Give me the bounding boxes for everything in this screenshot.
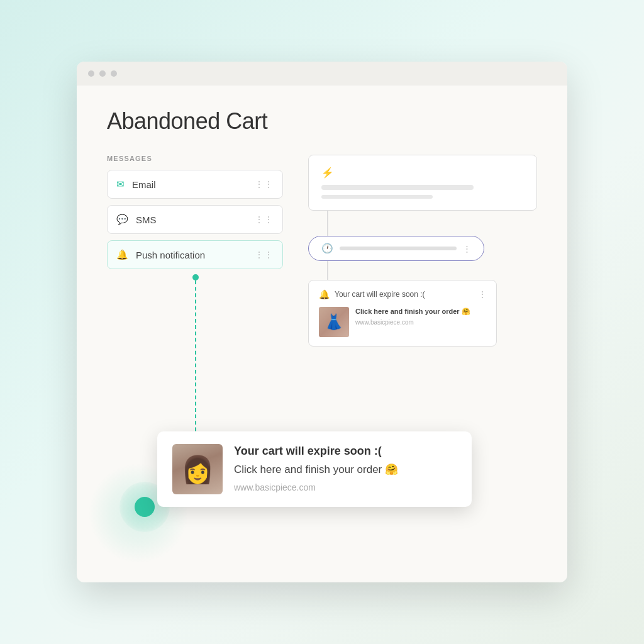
notification-url: www.basicpiece.com (355, 319, 486, 326)
delay-pill[interactable]: 🕐 ⋮ (308, 236, 484, 261)
window-dot-1 (88, 70, 94, 77)
popup-url: www.basicpiece.com (234, 482, 457, 492)
notification-card-title: Your cart will expire soon :( (335, 290, 479, 299)
popup-title: Your cart will expire soon :( (234, 444, 457, 458)
notification-text-content: Click here and finish your order 🤗 www.b… (355, 307, 486, 326)
browser-window: Abandoned Cart MESSAGES ✉ Email ⋮⋮ 💬 SMS… (77, 62, 567, 582)
notification-preview-card: 🔔 Your cart will expire soon :( ⋮ 👗 Clic… (308, 280, 497, 347)
trigger-card: ⚡ (308, 155, 537, 211)
connector-line-1 (327, 211, 328, 236)
notification-body: 👗 Click here and finish your order 🤗 www… (319, 307, 486, 337)
dashed-connector (195, 280, 283, 457)
notification-bell-icon: 🔔 (319, 289, 330, 299)
clock-icon: 🕐 (321, 243, 333, 254)
sms-dots: ⋮⋮ (255, 214, 274, 225)
message-item-email[interactable]: ✉ Email ⋮⋮ (107, 170, 283, 199)
browser-bar (77, 62, 567, 86)
notification-card-dots: ⋮ (479, 290, 486, 299)
popup-person-figure: 👩 (181, 454, 214, 485)
trigger-line-sub (321, 195, 433, 199)
connect-dot (192, 274, 199, 280)
popup-area: 👩 Your cart will expire soon :( Click he… (107, 431, 537, 557)
window-dot-2 (99, 70, 106, 77)
push-icon: 🔔 (116, 249, 128, 260)
push-dots: ⋮⋮ (255, 250, 274, 260)
message-item-sms[interactable]: 💬 SMS ⋮⋮ (107, 205, 283, 234)
delay-line (340, 247, 457, 250)
notification-thumbnail: 👗 (319, 307, 349, 337)
sms-icon: 💬 (116, 214, 128, 225)
popup-card: 👩 Your cart will expire soon :( Click he… (157, 431, 472, 507)
left-panel: MESSAGES ✉ Email ⋮⋮ 💬 SMS ⋮⋮ 🔔 Push noti… (107, 155, 283, 457)
sms-label: SMS (136, 214, 255, 225)
window-dot-3 (111, 70, 117, 77)
pill-dots: ⋮ (463, 244, 471, 253)
notification-message: Click here and finish your order 🤗 (355, 307, 486, 316)
content-area: Abandoned Cart MESSAGES ✉ Email ⋮⋮ 💬 SMS… (77, 86, 567, 582)
radial-core (135, 497, 155, 517)
main-layout: MESSAGES ✉ Email ⋮⋮ 💬 SMS ⋮⋮ 🔔 Push noti… (107, 155, 537, 457)
email-label: Email (132, 179, 255, 190)
push-label: Push notification (136, 250, 255, 260)
popup-text: Your cart will expire soon :( Click here… (234, 444, 457, 492)
right-panel: ⚡ 🕐 ⋮ 🔔 Your car (308, 155, 537, 347)
popup-image: 👩 (172, 444, 223, 494)
notification-header: 🔔 Your cart will expire soon :( ⋮ (319, 289, 486, 299)
popup-body: Click here and finish your order 🤗 (234, 462, 457, 477)
email-dots: ⋮⋮ (255, 179, 274, 189)
thumbnail-figure: 👗 (325, 313, 343, 331)
message-item-push[interactable]: 🔔 Push notification ⋮⋮ (107, 240, 283, 269)
email-icon: ✉ (116, 179, 125, 190)
connector-line-2 (327, 261, 328, 280)
page-title: Abandoned Cart (107, 108, 537, 135)
trigger-line-main (321, 185, 474, 190)
lightning-icon: ⚡ (321, 167, 524, 179)
messages-label: MESSAGES (107, 155, 283, 162)
